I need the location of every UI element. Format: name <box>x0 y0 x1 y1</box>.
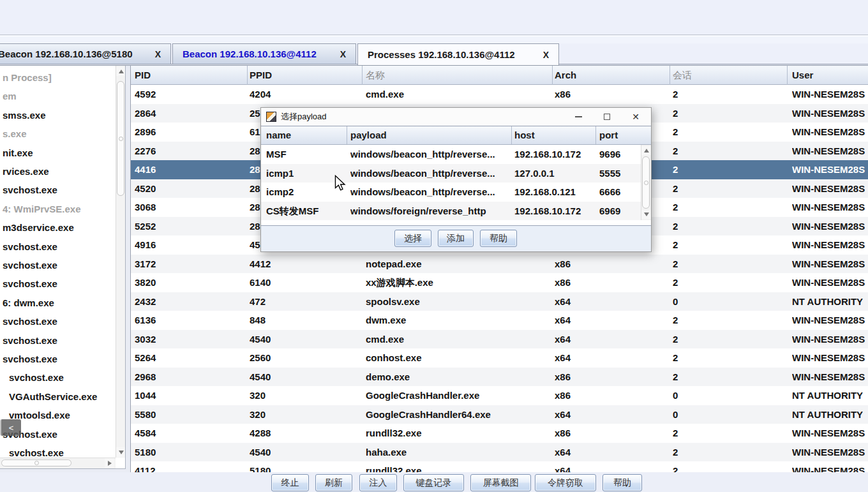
dialog-vertical-scrollbar[interactable] <box>641 145 651 220</box>
cell-arch: x86 <box>555 386 670 405</box>
process-tree-item[interactable]: svchost.exe <box>3 237 57 256</box>
column-separator[interactable] <box>787 66 788 85</box>
cell-pid: 4592 <box>135 85 243 104</box>
tab-processes[interactable]: Processes 192.168.10.136@4112X <box>357 43 559 65</box>
process-tree-item[interactable]: VGAuthService.exe <box>9 387 97 406</box>
cell-pid: 4520 <box>135 179 243 198</box>
process-table-header[interactable]: PIDPPID名称Arch会话User <box>131 66 868 85</box>
payload-table-header[interactable]: namepayloadhostport <box>261 126 651 145</box>
process-row[interactable]: 2432472spoolsv.exex640NT AUTHORITY <box>131 292 868 311</box>
process-row[interactable]: 52642560conhost.exex642WIN-NESEM28S <box>131 348 868 368</box>
payload-row[interactable]: icmp2windows/beacon_http/reverse...192.1… <box>261 183 641 202</box>
column-separator[interactable] <box>595 126 596 144</box>
process-tree-item[interactable]: s.exe <box>3 124 27 143</box>
tab-beacon-0[interactable]: Beacon 192.168.10.136@5180X <box>0 43 171 64</box>
cell-user: NT AUTHORITY <box>792 292 868 311</box>
column-separator[interactable] <box>362 66 363 85</box>
column-header-session[interactable]: 会话 <box>673 66 692 85</box>
payload-row[interactable]: icmp1windows/beacon_http/reverse...127.0… <box>261 164 641 183</box>
close-button[interactable]: ✕ <box>626 108 645 126</box>
tab-beacon-1[interactable]: Beacon 192.168.10.136@4112X <box>172 43 356 64</box>
scrollbar-thumb[interactable] <box>642 156 650 209</box>
process-row[interactable]: 30324540cmd.exex642WIN-NESEM28S <box>131 330 868 349</box>
cell-pid: 4584 <box>135 424 243 443</box>
scrollbar-thumb[interactable] <box>1 459 71 466</box>
column-separator[interactable] <box>670 66 670 85</box>
minimize-button[interactable] <box>569 108 588 126</box>
select-button[interactable]: 选择 <box>394 230 431 247</box>
scroll-down-button[interactable] <box>116 447 126 457</box>
process-tree-item[interactable]: 4: WmiPrvSE.exe <box>3 200 81 218</box>
cell-session: 2 <box>673 273 789 292</box>
process-tree-item[interactable]: 6: dwm.exe <box>3 294 54 312</box>
payload-row[interactable]: CS转发MSFwindows/foreign/reverse_http192.1… <box>261 202 641 221</box>
payload-column-header-port[interactable]: port <box>599 126 618 144</box>
process-row[interactable]: 45924204cmd.exex862WIN-NESEM28S <box>131 85 868 104</box>
process-tree-item[interactable]: smss.exe <box>3 106 46 124</box>
column-separator[interactable] <box>552 66 553 85</box>
payload-column-header-payload[interactable]: payload <box>350 126 387 144</box>
process-row[interactable]: 38206140xx游戏脚本.exex862WIN-NESEM28S <box>131 273 868 292</box>
column-header-arch[interactable]: Arch <box>555 66 576 85</box>
column-header-user[interactable]: User <box>792 66 813 85</box>
process-tree-item[interactable]: svchost.exe <box>3 181 57 199</box>
cell-pid: 2864 <box>135 104 243 123</box>
tab-close-button[interactable]: X <box>144 49 161 59</box>
process-tree-item[interactable]: rvices.exe <box>3 162 49 181</box>
column-header-pid[interactable]: PID <box>135 66 151 85</box>
process-tree-item[interactable]: n Process] <box>3 68 52 87</box>
process-tree-item[interactable]: svchost.exe <box>3 256 57 274</box>
sidebar-horizontal-scrollbar[interactable] <box>0 458 116 468</box>
dialog-title-bar[interactable]: 选择payload <box>261 108 651 126</box>
add-button[interactable]: 添加 <box>438 230 474 247</box>
column-header-ppid[interactable]: PPID <box>250 66 272 85</box>
column-separator[interactable] <box>511 126 512 144</box>
inject-button[interactable]: 注入 <box>359 474 397 491</box>
process-row[interactable]: 29684540demo.exex862WIN-NESEM28S <box>131 368 868 387</box>
process-row[interactable]: 51804540haha.exex642WIN-NESEM28S <box>131 443 868 462</box>
refresh-button[interactable]: 刷新 <box>315 474 352 491</box>
process-tree-item[interactable]: em <box>3 87 17 105</box>
column-header-name[interactable]: 名称 <box>366 66 385 85</box>
payload-column-header-name[interactable]: name <box>266 126 291 144</box>
process-tree-item[interactable]: m3dservice.exe <box>3 218 74 237</box>
keylogger-button[interactable]: 键盘记录 <box>403 474 464 491</box>
tab-close-button[interactable]: X <box>532 50 549 60</box>
process-row[interactable]: 1044320GoogleCrashHandler.exex860NT AUTH… <box>131 386 868 405</box>
process-row[interactable]: 5580320GoogleCrashHandler64.exex640NT AU… <box>131 405 868 424</box>
column-separator[interactable] <box>247 66 248 85</box>
payload-column-header-host[interactable]: host <box>514 126 535 144</box>
scrollbar-thumb[interactable] <box>117 81 124 196</box>
action-toolbar: 终止刷新注入键盘记录屏幕截图令牌窃取帮助 <box>0 472 868 492</box>
screenshot-button[interactable]: 屏幕截图 <box>470 474 531 491</box>
scroll-up-button[interactable] <box>641 146 651 155</box>
process-tree-item[interactable]: svchost.exe <box>3 350 57 368</box>
process-row[interactable]: 41125180rundll32.exex642WIN-NESEM28S <box>131 461 868 473</box>
process-tree-item[interactable]: svchost.exe <box>3 274 57 293</box>
sidebar-vertical-scrollbar[interactable] <box>116 66 125 458</box>
payload-row[interactable]: MSFwindows/beacon_http/reverse...192.168… <box>261 145 641 164</box>
cell-session: 2 <box>673 461 789 473</box>
steal-token-button[interactable]: 令牌窃取 <box>535 474 596 491</box>
scroll-right-button[interactable] <box>105 458 114 468</box>
process-row[interactable]: 45844288rundll32.exex862WIN-NESEM28S <box>131 424 868 443</box>
process-row[interactable]: 6136848dwm.exex642WIN-NESEM28S <box>131 311 868 330</box>
cell-session: 0 <box>673 405 789 424</box>
process-tree-item[interactable]: svchost.exe <box>3 312 57 331</box>
maximize-button[interactable] <box>597 108 617 126</box>
help-button[interactable]: 帮助 <box>602 474 642 491</box>
collapse-panel-button[interactable]: < <box>0 419 21 436</box>
process-tree-item[interactable]: svchost.exe <box>3 331 57 350</box>
tab-close-button[interactable]: X <box>329 49 346 59</box>
scroll-down-button[interactable] <box>641 210 651 219</box>
kill-button[interactable]: 终止 <box>271 474 309 491</box>
process-tree-item[interactable]: svchost.exe <box>9 368 64 387</box>
cell-ppid: 4288 <box>250 424 362 443</box>
cell-ppid: 6140 <box>250 273 362 292</box>
scroll-up-button[interactable] <box>116 66 126 76</box>
help-button[interactable]: 帮助 <box>480 230 517 247</box>
column-separator[interactable] <box>347 126 347 144</box>
process-row[interactable]: 31724412notepad.exex862WIN-NESEM28S <box>131 255 868 274</box>
process-tree-item[interactable]: nit.exe <box>3 144 33 162</box>
cell-name: conhost.exe <box>366 348 551 368</box>
